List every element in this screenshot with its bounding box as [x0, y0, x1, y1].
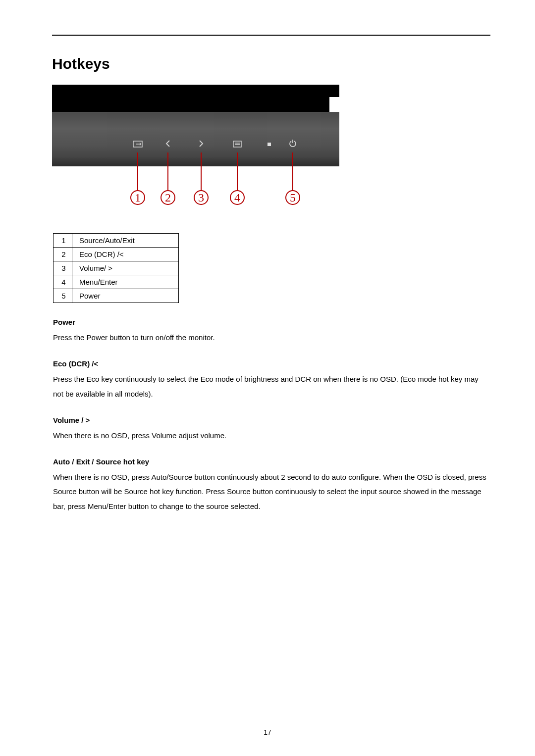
callout-3: 3 — [194, 190, 209, 205]
page-number: 17 — [0, 728, 535, 736]
callout-line-1 — [137, 152, 138, 191]
source-icon — [133, 141, 143, 148]
section-heading: Eco (DCR) /< — [53, 359, 490, 368]
cell-num: 5 — [54, 289, 72, 303]
cell-num: 2 — [54, 248, 72, 261]
callouts: 1 2 3 4 5 — [52, 166, 339, 216]
svg-rect-2 — [233, 141, 241, 147]
section-body: Press the Eco key continuously to select… — [53, 372, 490, 401]
cell-label: Menu/Enter — [72, 275, 179, 289]
callout-line-2 — [167, 152, 168, 191]
menu-icon — [233, 141, 242, 148]
callout-line-5 — [292, 152, 293, 191]
section-body: When there is no OSD, press Auto/Source … — [53, 470, 490, 513]
callout-2: 2 — [160, 190, 175, 205]
section-auto-exit-source: Auto / Exit / Source hot key When there … — [53, 457, 490, 513]
callout-line-3 — [201, 152, 202, 191]
section-heading: Volume / > — [53, 416, 490, 424]
hotkey-table: 1 Source/Auto/Exit 2 Eco (DCR) /< 3 Volu… — [53, 233, 179, 303]
table-row: 1 Source/Auto/Exit — [54, 234, 179, 248]
cell-num: 4 — [54, 275, 72, 289]
cell-num: 3 — [54, 261, 72, 275]
button-icons-row — [52, 112, 339, 166]
monitor-bezel — [52, 85, 339, 166]
section-heading: Power — [53, 318, 490, 326]
cell-label: Eco (DCR) /< — [72, 248, 179, 261]
section-volume: Volume / > When there is no OSD, press V… — [53, 416, 490, 443]
section-body: When there is no OSD, press Volume adjus… — [53, 428, 490, 443]
cell-label: Source/Auto/Exit — [72, 234, 179, 248]
chevron-right-icon — [198, 140, 204, 148]
section-heading: Auto / Exit / Source hot key — [53, 457, 490, 466]
page-title: Hotkeys — [52, 55, 490, 72]
callout-4: 4 — [230, 190, 245, 205]
table-row: 5 Power — [54, 289, 179, 303]
section-power: Power Press the Power button to turn on/… — [53, 318, 490, 345]
callout-line-4 — [237, 152, 238, 191]
hotkeys-figure: 1 2 3 4 5 — [52, 85, 339, 216]
chevron-left-icon — [165, 140, 171, 148]
bezel-top — [52, 85, 329, 112]
callout-1: 1 — [130, 190, 145, 205]
top-rule — [52, 35, 490, 36]
status-led — [268, 143, 271, 146]
table-row: 3 Volume/ > — [54, 261, 179, 275]
callout-5: 5 — [285, 190, 300, 205]
cell-label: Volume/ > — [72, 261, 179, 275]
table-row: 2 Eco (DCR) /< — [54, 248, 179, 261]
section-body: Press the Power button to turn on/off th… — [53, 330, 490, 345]
table-row: 4 Menu/Enter — [54, 275, 179, 289]
cell-num: 1 — [54, 234, 72, 248]
page: Hotkeys — [0, 0, 535, 756]
cell-label: Power — [72, 289, 179, 303]
power-icon — [289, 140, 297, 148]
section-eco: Eco (DCR) /< Press the Eco key continuou… — [53, 359, 490, 401]
